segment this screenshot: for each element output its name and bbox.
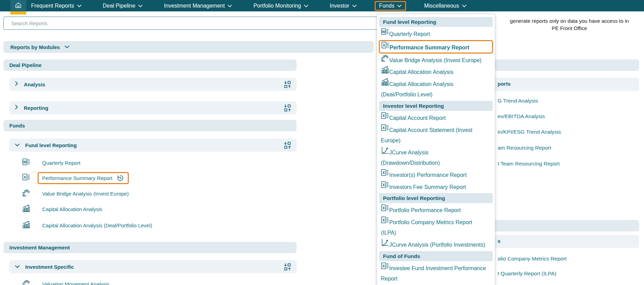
report-group-investment-specific[interactable]: Investment Specific: [9, 260, 297, 273]
excel-icon: X: [381, 172, 389, 178]
report-group-label-fragment: s: [498, 238, 500, 244]
menu-item-investee-fund-investment-performance-report[interactable]: XInvestee Fund Investment PerformanceRep…: [378, 262, 493, 284]
module-section-title: Funds: [9, 123, 25, 129]
report-group-reporting[interactable]: Reporting: [9, 101, 297, 114]
menu-item-portfolio-company-metrics-report-ilpa-[interactable]: XPortfolio Company Metrics Report(ILPA): [378, 216, 493, 238]
menu-item-label: Portfolio Performance Report: [389, 207, 461, 213]
report-link-fragment[interactable]: in/KPI/ESG Trend Analysis: [498, 129, 561, 135]
report-link-fragment[interactable]: olio Company Metrics Report: [498, 256, 567, 262]
expand-collapse-icon[interactable]: [283, 263, 292, 271]
report-link-performance-summary-report[interactable]: XPerformance Summary Report: [22, 171, 129, 184]
report-link-capital-allocation-analysis[interactable]: Capital Allocation Analysis: [22, 202, 102, 216]
report-link-quarterly-report[interactable]: WQuarterly Report: [22, 156, 80, 169]
report-link-fragment[interactable]: G Trend Analysis: [498, 98, 538, 104]
chevron-down-icon: [352, 3, 357, 9]
nav-item-label: Investor: [330, 3, 349, 9]
report-link-fragment[interactable]: t Team Resourcing Report: [498, 161, 560, 167]
menu-item-capital-allocation-analysis[interactable]: Capital Allocation Analysis: [378, 66, 493, 78]
report-group-analysis[interactable]: Analysis: [9, 78, 297, 91]
report-group-label: Investment Specific: [25, 264, 74, 270]
word-icon: W: [22, 158, 30, 168]
menu-item-portfolio-performance-report[interactable]: XPortfolio Performance Report: [378, 204, 493, 216]
excel-icon: X: [381, 115, 389, 121]
menu-item-label: Investee Fund Investment PerformanceRepo…: [381, 265, 486, 282]
chevron-down-icon: [15, 264, 20, 270]
report-link-fragment[interactable]: ev/EBITDA Analysis: [498, 113, 545, 120]
nav-item-investor[interactable]: Investor: [330, 3, 357, 9]
chevron-down-icon: [228, 3, 232, 9]
svg-text:X: X: [382, 114, 385, 118]
svg-text:W: W: [23, 160, 27, 164]
expand-collapse-icon[interactable]: [283, 80, 292, 89]
nav-item-label: Funds: [379, 3, 394, 9]
expand-collapse-icon[interactable]: [283, 104, 292, 112]
menu-section-header: Fund of Funds: [379, 251, 493, 261]
access-info-line1: generate reports only on data you have a…: [496, 17, 643, 25]
nav-item-deal-pipeline[interactable]: Deal Pipeline: [103, 3, 143, 9]
nav-menu: Frequent ReportsDeal PipelineInvestment …: [0, 1, 467, 11]
history-icon[interactable]: [117, 174, 124, 182]
menu-item-capital-account-report[interactable]: XCapital Account Report: [378, 112, 493, 124]
module-section-header: Investment Management: [3, 242, 297, 253]
home-button[interactable]: [10, 0, 26, 11]
nav-item-miscellaneous[interactable]: Miscellaneous: [424, 3, 466, 9]
menu-item-label: Investors Fee Summary Report: [389, 184, 466, 190]
jcurve-icon: [381, 150, 389, 155]
report-link-label: Performance Summary Report: [42, 175, 112, 181]
report-group-label: Analysis: [24, 82, 45, 87]
menu-item-label: Value Bridge Analysis (Invest Europe): [389, 57, 481, 63]
nav-item-funds[interactable]: Funds: [375, 1, 406, 11]
expand-collapse-icon[interactable]: [283, 141, 292, 150]
report-group-fund-level-reporting[interactable]: Fund level Reporting: [9, 139, 297, 152]
report-group-label: Reporting: [24, 105, 48, 111]
chevron-down-icon: [462, 3, 467, 9]
report-link-label: Capital Allocation Analysis (Deal/Portfo…: [42, 222, 152, 228]
report-link-value-bridge-analysis-invest-europe-[interactable]: Value Bridge Analysis (Invest Europe): [22, 187, 129, 200]
report-link-valuation-movement-analysis[interactable]: Valuation Movement Analysis: [22, 277, 109, 285]
funds-dropdown-menu: Fund level ReportingWQuarterly ReportXPe…: [377, 14, 495, 285]
home-icon: [15, 1, 22, 10]
chevron-down-icon: [304, 3, 308, 9]
chevron-down-icon: [397, 3, 402, 9]
report-link-fragment[interactable]: am Resourcing Report: [498, 145, 551, 151]
menu-item-quarterly-report[interactable]: WQuarterly Report: [378, 28, 493, 40]
svg-text:X: X: [382, 264, 385, 268]
nav-item-investment-management[interactable]: Investment Management: [164, 3, 232, 9]
chevron-down-icon: [77, 3, 81, 9]
chevron-down-icon: [15, 142, 20, 148]
menu-item-value-bridge-analysis-invest-europe-[interactable]: Value Bridge Analysis (Invest Europe): [378, 54, 493, 66]
excel-icon: X: [381, 207, 389, 213]
report-link-label: Value Bridge Analysis (Invest Europe): [42, 191, 129, 197]
jcurve-icon: [381, 242, 389, 248]
nav-item-portfolio-monitoring[interactable]: Portfolio Monitoring: [253, 3, 308, 9]
menu-item-jcurve-analysis-drawdown-distribution-[interactable]: JCurve Analysis(Drawdown/Distribution): [378, 146, 493, 169]
svg-text:X: X: [383, 43, 385, 47]
reports-by-modules-dropdown[interactable]: Reports by Modules: [3, 41, 374, 53]
menu-section-header: Portfolio level Reporting: [379, 193, 493, 203]
menu-item-label: Capital Allocation Analysis: [389, 69, 453, 75]
top-navbar: Frequent ReportsDeal PipelineInvestment …: [0, 0, 644, 11]
menu-item-capital-allocation-analysis-deal-portfolio-level-[interactable]: Capital Allocation Analysis(Deal/Portfol…: [378, 78, 493, 100]
menu-item-label: JCurve Analysis(Drawdown/Distribution): [381, 150, 440, 166]
menu-item-capital-account-statement-invest-europe-[interactable]: XCapital Account Statement (InvestEurope…: [378, 124, 493, 146]
menu-item-investor-s-performance-report[interactable]: XInvestor(s) Performance Report: [378, 169, 493, 181]
nav-item-label: Investment Management: [164, 3, 225, 9]
menu-item-performance-summary-report[interactable]: XPerformance Summary Report: [379, 40, 493, 54]
report-link-capital-allocation-analysis-deal-portfolio-level-[interactable]: Capital Allocation Analysis (Deal/Portfo…: [22, 219, 152, 232]
menu-item-investors-fee-summary-report[interactable]: XInvestors Fee Summary Report: [378, 181, 493, 193]
chevron-down-icon: [65, 44, 69, 50]
menu-item-label: Capital Account Statement (InvestEurope): [381, 127, 472, 144]
module-section-title: Investment Management: [9, 245, 70, 250]
excel-icon: X: [381, 127, 389, 133]
value-bridge-icon: [22, 189, 30, 198]
nav-item-label: Deal Pipeline: [103, 3, 135, 9]
bar-chart-icon: [22, 220, 30, 230]
svg-text:X: X: [382, 206, 385, 210]
nav-item-label: Miscellaneous: [424, 3, 459, 9]
menu-item-jcurve-analysis-portfolio-investments-[interactable]: JCurve Analysis (Portfolio Investments): [378, 238, 493, 250]
nav-item-frequent-reports[interactable]: Frequent Reports: [31, 3, 81, 9]
bar-chart-icon: [22, 204, 30, 214]
menu-item-label: Quarterly Report: [389, 31, 430, 37]
report-link-fragment[interactable]: t Quarterly Report (ILPA): [498, 270, 556, 277]
nav-item-label: Portfolio Monitoring: [253, 3, 301, 9]
